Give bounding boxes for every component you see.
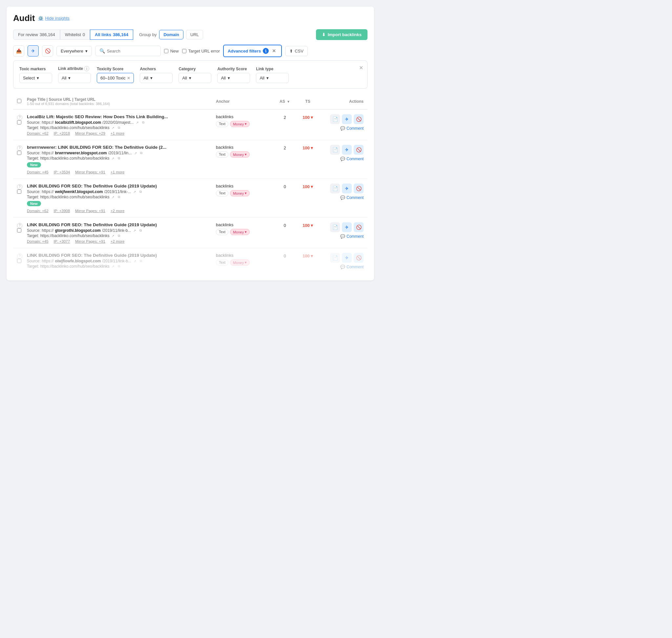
tag-money[interactable]: Money ▾ [230, 229, 250, 235]
meta-link[interactable]: IP: +3534 [54, 170, 70, 174]
meta-link[interactable]: +2 more [110, 209, 125, 213]
external-link-icon[interactable]: ↗ [110, 125, 115, 130]
filter-icon-button[interactable]: ✈ [28, 45, 39, 56]
external-link-icon[interactable]: ↗ [110, 233, 115, 238]
action-doc-button[interactable]: 📄 [330, 145, 340, 155]
external-link-icon[interactable]: ↗ [132, 228, 137, 233]
action-doc-button[interactable]: 📄 [330, 222, 340, 232]
tab-all-links[interactable]: All links 386,164 [90, 30, 133, 40]
copy-icon[interactable]: ⧉ [117, 264, 121, 269]
location-select[interactable]: Everywhere ▾ [56, 46, 92, 56]
target-url-error-filter[interactable]: Target URL error [182, 49, 220, 53]
csv-button[interactable]: ⬆ CSV [285, 46, 308, 56]
action-doc-button[interactable]: 📄 [330, 253, 340, 263]
meta-link[interactable]: +1 more [110, 170, 125, 174]
action-send-button[interactable]: ✈ [342, 145, 352, 155]
external-link-icon[interactable]: ↗ [135, 120, 139, 125]
action-doc-button[interactable]: 📄 [330, 184, 340, 194]
row-checkbox[interactable] [17, 189, 21, 194]
authority-score-select[interactable]: All ▾ [217, 73, 250, 83]
export-icon-button[interactable]: 📤 [13, 45, 24, 56]
help-icon[interactable]: ? [17, 223, 22, 228]
copy-icon[interactable]: ⧉ [139, 151, 144, 155]
hide-insights-button[interactable]: ⚙️ Hide insights [38, 16, 69, 21]
block-icon-button[interactable]: 🚫 [42, 45, 53, 56]
action-send-button[interactable]: ✈ [342, 114, 352, 124]
toxicity-score-clear-icon[interactable]: ✕ [127, 76, 130, 81]
meta-link[interactable]: IP: +2018 [54, 131, 70, 135]
tag-money[interactable]: Money ▾ [230, 259, 250, 266]
copy-icon[interactable]: ⧉ [138, 259, 143, 263]
search-input[interactable] [107, 49, 156, 53]
action-send-button[interactable]: ✈ [342, 253, 352, 263]
ts-value[interactable]: 100 ▾ [295, 253, 321, 258]
external-link-icon[interactable]: ↗ [133, 151, 138, 155]
meta-link[interactable]: IP: +3077 [54, 239, 70, 243]
advanced-filters-button[interactable]: Advanced filters 1 ✕ [223, 45, 282, 57]
action-doc-button[interactable]: 📄 [330, 114, 340, 124]
external-link-icon[interactable]: ↗ [110, 195, 115, 199]
action-block-button[interactable]: 🚫 [354, 253, 364, 263]
toxicity-score-chip[interactable]: 60–100 Toxic ✕ [97, 73, 134, 83]
ts-value[interactable]: 100 ▾ [295, 115, 321, 120]
action-block-button[interactable]: 🚫 [354, 114, 364, 124]
meta-link[interactable]: Domain: +62 [27, 209, 49, 213]
copy-icon[interactable]: ⧉ [141, 120, 145, 125]
help-icon[interactable]: ? [17, 184, 22, 189]
external-link-icon[interactable]: ↗ [132, 189, 137, 194]
meta-link[interactable]: IP: +3908 [54, 209, 70, 213]
tab-whitelist[interactable]: Whitelist 0 [60, 30, 90, 40]
meta-link[interactable]: Domain: +45 [27, 239, 49, 243]
meta-link[interactable]: +1 more [110, 131, 125, 135]
help-icon[interactable]: ? [17, 115, 22, 120]
comment-button[interactable]: 💬 Comment [340, 195, 364, 200]
tab-for-review[interactable]: For review 386,164 [13, 30, 60, 40]
comment-button[interactable]: 💬 Comment [340, 126, 364, 131]
comment-button[interactable]: 💬 Comment [340, 265, 364, 269]
adv-panel-close-icon[interactable]: ✕ [359, 65, 363, 71]
toxic-markers-select[interactable]: Select ▾ [19, 73, 52, 83]
meta-link[interactable]: Mirror Pages: +29 [75, 131, 105, 135]
row-checkbox[interactable] [17, 228, 21, 233]
meta-link[interactable]: Domain: +45 [27, 170, 49, 174]
external-link-icon[interactable]: ↗ [133, 259, 137, 263]
action-block-button[interactable]: 🚫 [354, 145, 364, 155]
link-attribute-info-icon[interactable]: i [84, 66, 89, 71]
comment-button[interactable]: 💬 Comment [340, 157, 364, 161]
external-link-icon[interactable]: ↗ [110, 156, 115, 161]
anchors-select[interactable]: All ▾ [140, 73, 173, 83]
action-send-button[interactable]: ✈ [342, 222, 352, 232]
tag-money[interactable]: Money ▾ [230, 151, 250, 157]
meta-link[interactable]: Mirror Pages: +91 [75, 170, 105, 174]
target-url-error-checkbox[interactable] [182, 49, 186, 53]
header-as-col[interactable]: AS ▼ [275, 99, 295, 104]
tag-money[interactable]: Money ▾ [230, 190, 250, 196]
meta-link[interactable]: Mirror Pages: +91 [75, 239, 105, 243]
action-send-button[interactable]: ✈ [342, 184, 352, 194]
help-icon[interactable]: ? [17, 146, 22, 151]
external-link-icon[interactable]: ↗ [110, 264, 115, 269]
copy-icon[interactable]: ⧉ [117, 233, 121, 238]
action-block-button[interactable]: 🚫 [354, 222, 364, 232]
new-filter[interactable]: New [164, 49, 179, 53]
help-icon[interactable]: ? [17, 253, 22, 259]
meta-link[interactable]: Mirror Pages: +91 [75, 209, 105, 213]
advanced-filters-close-icon[interactable]: ✕ [271, 48, 277, 54]
copy-icon[interactable]: ⧉ [117, 125, 121, 130]
ts-value[interactable]: 100 ▾ [295, 223, 321, 228]
group-by-url-button[interactable]: URL [186, 30, 203, 39]
category-select[interactable]: All ▾ [178, 73, 211, 83]
select-all-checkbox[interactable] [17, 99, 21, 103]
tag-money[interactable]: Money ▾ [230, 121, 250, 127]
copy-icon[interactable]: ⧉ [138, 228, 143, 233]
row-checkbox[interactable] [17, 259, 21, 263]
action-block-button[interactable]: 🚫 [354, 184, 364, 194]
link-attribute-select[interactable]: All ▾ [58, 73, 91, 83]
copy-icon[interactable]: ⧉ [138, 189, 143, 194]
copy-icon[interactable]: ⧉ [117, 156, 121, 161]
meta-link[interactable]: +2 more [110, 239, 125, 243]
copy-icon[interactable]: ⧉ [117, 195, 121, 199]
group-by-domain-button[interactable]: Domain [159, 30, 184, 39]
import-backlinks-button[interactable]: ⬇ Import backlinks [316, 29, 367, 40]
ts-value[interactable]: 100 ▾ [295, 184, 321, 189]
